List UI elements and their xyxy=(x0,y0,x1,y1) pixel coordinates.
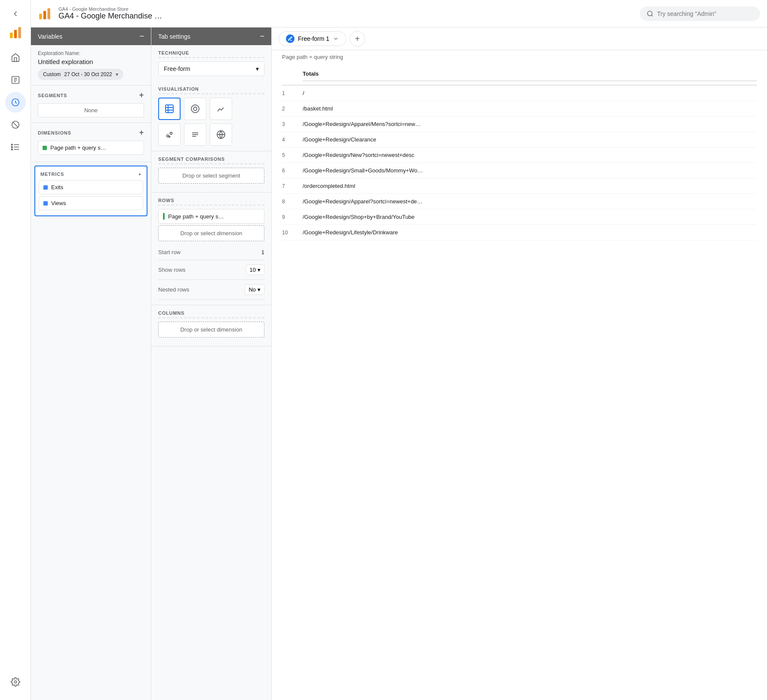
drop-dimension-zone[interactable]: Drop or select dimension xyxy=(158,225,264,241)
nav-item-reports[interactable] xyxy=(5,70,26,90)
table-row: 1 / xyxy=(282,86,757,101)
vis-bar-button[interactable] xyxy=(184,123,206,146)
freeform-tab[interactable]: Free-form 1 xyxy=(279,31,346,46)
nav-item-explore[interactable] xyxy=(5,92,26,113)
row-path[interactable]: /Google+Redesign/Shop+by+Brand/YouTube xyxy=(303,214,757,220)
show-rows-arrow: ▾ xyxy=(258,267,261,273)
rows-dimension-item[interactable]: Page path + query s… xyxy=(158,209,264,224)
svg-rect-13 xyxy=(39,14,42,19)
date-range-picker[interactable]: Custom 27 Oct - 30 Oct 2022 ▾ xyxy=(38,69,123,80)
nested-rows-arrow: ▾ xyxy=(258,286,261,293)
row-num: 5 xyxy=(282,152,303,158)
add-metric-button[interactable]: + xyxy=(138,172,141,177)
variables-header-label: Variables xyxy=(38,33,62,40)
segments-none-chip: None xyxy=(38,103,144,117)
dimensions-label: DIMENSIONS + xyxy=(38,128,144,137)
row-path[interactable]: /Google+Redesign/Lifestyle/Drinkware xyxy=(303,229,757,236)
add-tab-button[interactable]: + xyxy=(350,31,365,46)
drop-segment-zone[interactable]: Drop or select segment xyxy=(158,168,264,184)
metric-item-views[interactable]: Views xyxy=(39,196,143,210)
technique-label: TECHNIQUE xyxy=(158,50,264,58)
metric-label-exits: Exits xyxy=(51,184,63,190)
row-path[interactable]: / xyxy=(303,90,757,96)
vis-line-button[interactable] xyxy=(210,98,232,120)
row-num: 9 xyxy=(282,214,303,220)
header-logo xyxy=(38,7,52,21)
start-row-field: Start row 1 xyxy=(158,245,264,260)
svg-point-19 xyxy=(193,107,197,111)
exploration-name-section: Exploration Name: Untitled exploration C… xyxy=(31,45,151,86)
start-row-value[interactable]: 1 xyxy=(261,249,264,255)
show-rows-label: Show rows xyxy=(158,267,186,273)
table-row: 2 /basket.html xyxy=(282,101,757,117)
vis-scatter-button[interactable] xyxy=(158,123,181,146)
search-box[interactable] xyxy=(640,6,760,21)
back-button[interactable] xyxy=(7,5,24,22)
metrics-header: METRICS + xyxy=(39,170,143,177)
search-icon xyxy=(647,10,653,18)
row-path[interactable]: /basket.html xyxy=(303,105,757,112)
col-num-header xyxy=(282,67,303,81)
nested-rows-value: No xyxy=(249,286,256,293)
drop-column-zone[interactable]: Drop or select dimension xyxy=(158,322,264,338)
rows-label: ROWS xyxy=(158,198,264,206)
technique-section: TECHNIQUE Free-form ▾ xyxy=(151,45,271,81)
show-rows-field: Show rows 10 ▾ xyxy=(158,260,264,280)
technique-select[interactable]: Free-form ▾ xyxy=(158,61,264,76)
add-dimension-button[interactable]: + xyxy=(139,128,144,137)
vis-donut-button[interactable] xyxy=(184,98,206,120)
row-path[interactable]: /Google+Redesign/Apparel?sortci=newest+d… xyxy=(303,198,757,205)
tab-settings-panel-header: Tab settings − xyxy=(151,28,271,45)
dimension-item[interactable]: Page path + query s… xyxy=(38,141,144,155)
row-path[interactable]: /Google+Redesign/New?sortci=newest+desc xyxy=(303,152,757,158)
row-num: 1 xyxy=(282,90,303,96)
exploration-name-value[interactable]: Untitled exploration xyxy=(38,58,144,65)
variables-panel-minimize[interactable]: − xyxy=(139,32,144,41)
row-path[interactable]: /Google+Redesign/Clearance xyxy=(303,136,757,143)
metric-dot-exits xyxy=(43,185,48,190)
row-num: 3 xyxy=(282,121,303,127)
date-range: 27 Oct - 30 Oct 2022 xyxy=(64,71,112,77)
report-area: Free-form 1 + Page path + query string T… xyxy=(272,28,767,700)
table-row: 9 /Google+Redesign/Shop+by+Brand/YouTube xyxy=(282,209,757,225)
dimensions-section: DIMENSIONS + Page path + query s… xyxy=(31,123,151,162)
table-header: Totals xyxy=(282,64,757,86)
svg-rect-1 xyxy=(14,30,16,38)
nested-rows-label: Nested rows xyxy=(158,286,189,293)
tab-dropdown-arrow xyxy=(333,36,339,42)
nav-item-advertising[interactable] xyxy=(5,114,26,135)
vis-table-button[interactable] xyxy=(158,98,181,120)
nav-item-list[interactable] xyxy=(5,137,26,157)
nav-item-home[interactable] xyxy=(5,47,26,68)
svg-point-12 xyxy=(14,681,17,683)
nested-rows-select[interactable]: No ▾ xyxy=(245,284,264,295)
app-header: GA4 - Google Merchandise Store GA4 - Goo… xyxy=(31,0,767,28)
search-input[interactable] xyxy=(657,10,753,17)
svg-point-16 xyxy=(647,11,652,15)
visualisation-label: VISUALISATION xyxy=(158,86,264,94)
tab-settings-panel-minimize[interactable]: − xyxy=(260,32,264,41)
exploration-name-label: Exploration Name: xyxy=(38,50,144,56)
row-path[interactable]: /ordercompleted.html xyxy=(303,183,757,189)
svg-point-9 xyxy=(11,144,12,145)
report-tabs-bar: Free-form 1 + xyxy=(272,28,767,50)
add-segment-button[interactable]: + xyxy=(139,91,144,100)
analytics-logo xyxy=(9,26,22,40)
svg-point-10 xyxy=(11,147,12,148)
row-path[interactable]: /Google+Redesign/Small+Goods/Mommy+Wo… xyxy=(303,167,757,174)
visualisation-section: VISUALISATION xyxy=(151,81,271,151)
table-row: 5 /Google+Redesign/New?sortci=newest+des… xyxy=(282,147,757,163)
svg-rect-2 xyxy=(18,27,21,38)
svg-point-18 xyxy=(191,105,199,113)
metric-item-exits[interactable]: Exits xyxy=(39,180,143,194)
show-rows-select[interactable]: 10 ▾ xyxy=(246,264,264,275)
col-totals-header: Totals xyxy=(303,67,757,81)
report-table: Totals 1 / 2 /basket.html 3 /Google+Rede… xyxy=(272,64,767,700)
columns-label: COLUMNS xyxy=(158,310,264,318)
row-path[interactable]: /Google+Redesign/Apparel/Mens?sortci=new… xyxy=(303,121,757,127)
svg-rect-14 xyxy=(43,11,46,19)
vis-globe-button[interactable] xyxy=(210,123,232,146)
tab-label: Free-form 1 xyxy=(298,35,329,42)
segments-section: SEGMENTS + None xyxy=(31,86,151,123)
settings-button[interactable] xyxy=(5,672,26,692)
